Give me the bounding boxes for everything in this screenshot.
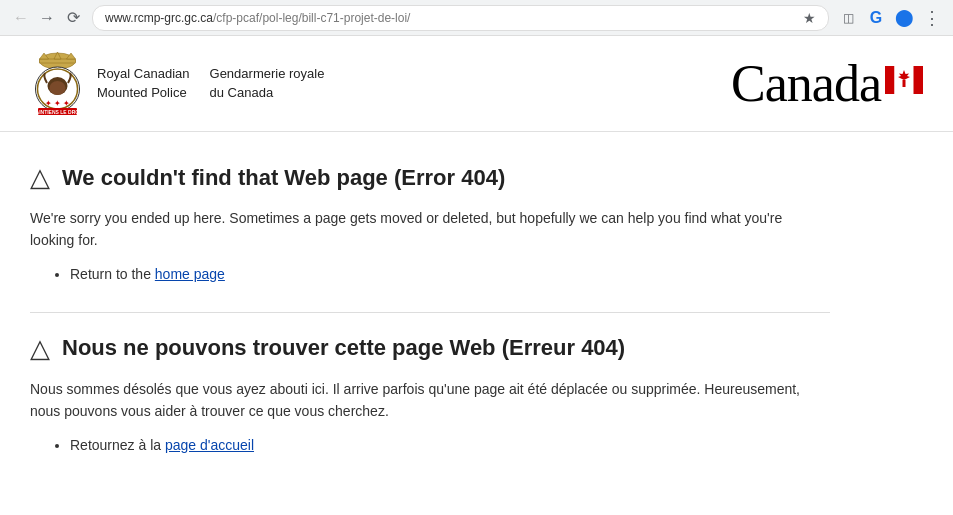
svg-text:✦ ✦ ✦: ✦ ✦ ✦ [45,99,70,108]
org-names: Royal Canadian Mounted Police Gendarmeri… [97,65,324,101]
back-button[interactable]: ← [10,7,32,29]
english-home-link[interactable]: home page [155,266,225,282]
svg-rect-15 [903,80,906,87]
french-error-heading: △ Nous ne pouvons trouver cette page Web… [30,333,830,364]
french-link-prefix: Retournez à la [70,437,165,453]
english-error-section: △ We couldn't find that Web page (Error … [30,162,830,282]
site-header: ✦ ✦ ✦ MAINTIENS LE DROIT Royal Canadian … [0,36,953,132]
french-error-description: Nous sommes désolés que vous ayez abouti… [30,378,830,423]
french-error-links: Retournez à la page d'accueil [30,437,830,453]
extensions-icon[interactable]: G [865,7,887,29]
warning-triangle-fr: △ [30,333,50,364]
french-error-title: Nous ne pouvons trouver cette page Web (… [62,335,625,361]
url-domain: www.rcmp-grc.gc.ca [105,11,213,25]
org-name-english: Royal Canadian Mounted Police [97,65,190,101]
canada-text: Canada [731,58,881,110]
french-error-section: △ Nous ne pouvons trouver cette page Web… [30,333,830,453]
page-content: ✦ ✦ ✦ MAINTIENS LE DROIT Royal Canadian … [0,36,953,513]
english-error-heading: △ We couldn't find that Web page (Error … [30,162,830,193]
canada-flag [885,66,923,94]
menu-icon[interactable]: ⋮ [921,7,943,29]
svg-rect-12 [885,66,895,94]
cast-icon[interactable]: ◫ [837,7,859,29]
svg-rect-14 [914,66,924,94]
main-content: △ We couldn't find that Web page (Error … [0,132,860,513]
url-path: /cfp-pcaf/pol-leg/bill-c71-projet-de-loi… [213,11,410,25]
canada-wordmark: Canada [731,58,923,110]
org-name-french: Gendarmerie royale du Canada [210,65,325,101]
profile-icon[interactable]: ⬤ [893,7,915,29]
warning-triangle-en: △ [30,162,50,193]
bookmark-icon[interactable]: ★ [803,10,816,26]
forward-button[interactable]: → [36,7,58,29]
english-home-link-item: Return to the home page [70,266,830,282]
svg-rect-1 [40,59,76,63]
english-error-description: We're sorry you ended up here. Sometimes… [30,207,830,252]
url-display: www.rcmp-grc.gc.ca/cfp-pcaf/pol-leg/bill… [105,11,803,25]
logo-section: ✦ ✦ ✦ MAINTIENS LE DROIT Royal Canadian … [30,51,324,116]
svg-text:MAINTIENS LE DROIT: MAINTIENS LE DROIT [31,109,83,115]
french-home-link-item: Retournez à la page d'accueil [70,437,830,453]
english-error-title: We couldn't find that Web page (Error 40… [62,165,505,191]
browser-icons: ◫ G ⬤ ⋮ [837,7,943,29]
browser-toolbar: ← → ⟳ www.rcmp-grc.gc.ca/cfp-pcaf/pol-le… [0,0,953,36]
english-link-prefix: Return to the [70,266,155,282]
french-home-link[interactable]: page d'accueil [165,437,254,453]
reload-button[interactable]: ⟳ [62,7,84,29]
english-error-links: Return to the home page [30,266,830,282]
section-divider [30,312,830,313]
address-bar[interactable]: www.rcmp-grc.gc.ca/cfp-pcaf/pol-leg/bill… [92,5,829,31]
nav-buttons: ← → ⟳ [10,7,84,29]
svg-point-8 [50,81,66,95]
rcmp-crest-logo: ✦ ✦ ✦ MAINTIENS LE DROIT [30,51,85,116]
